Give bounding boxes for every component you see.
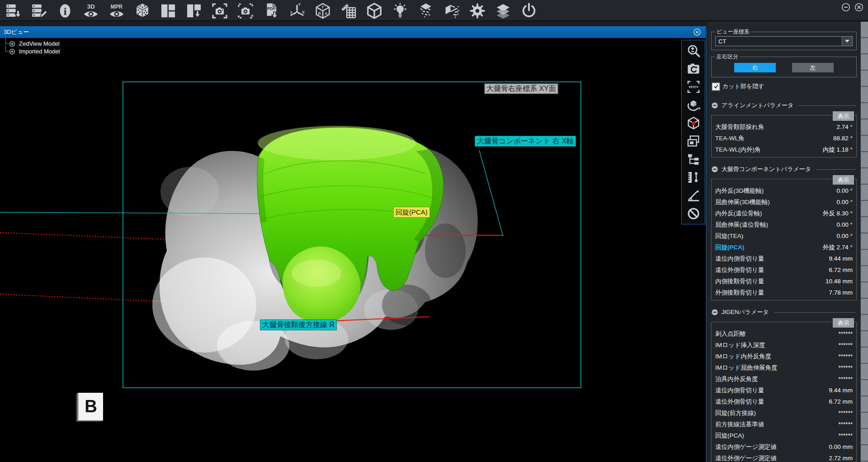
param-row[interactable]: 遠位内側骨切り量9.44 mm	[713, 385, 854, 396]
minimize-button[interactable]	[841, 2, 851, 12]
show-button[interactable]: 表示	[833, 175, 854, 185]
svg-text:A: A	[325, 11, 328, 15]
plane-label[interactable]: 大腿骨右座標系 XY面	[484, 83, 558, 94]
param-row[interactable]: TEA-WL角88.82 °	[713, 133, 854, 144]
layout-panes-button[interactable]	[158, 1, 178, 20]
posterior-tangent-label[interactable]: 大腿骨後顆後方接線 R	[260, 319, 337, 330]
capture-view-button[interactable]	[210, 1, 230, 20]
orientation-cube[interactable]: B	[77, 393, 103, 421]
param-row[interactable]: TEA-WL(内外)角内旋 1.18 °	[713, 144, 854, 155]
side-right-button[interactable]: 右	[734, 63, 776, 72]
svg-text:R: R	[318, 11, 321, 15]
3d-view-titlebar[interactable]: 3Dビュー	[0, 26, 706, 38]
tree-view-button[interactable]	[682, 150, 705, 168]
side-left-button[interactable]: 左	[792, 63, 834, 72]
disable-tool-button[interactable]	[682, 205, 705, 223]
param-row[interactable]: IMロッド挿入深度******	[713, 339, 854, 351]
param-row[interactable]: 治具内外反角度******	[713, 373, 854, 385]
tree-expand-icon[interactable]	[9, 48, 15, 55]
3d-scene[interactable]: ZedView ModelImported Model 大腿骨右座標系 XY面 …	[0, 38, 706, 462]
param-row[interactable]: IMロッド内外反角度******	[713, 351, 854, 362]
section-header[interactable]: JIGENパラメータ	[711, 307, 857, 318]
component-x-axis-line	[0, 212, 343, 214]
param-row[interactable]: 内側後顆骨切り量10.48 mm	[713, 276, 854, 287]
export-study-button[interactable]	[4, 1, 24, 20]
param-row[interactable]: 刺入点距離******	[713, 328, 854, 339]
param-label: 屈曲伸展(3D機能軸)	[715, 198, 770, 206]
param-row[interactable]: 屈曲伸展(遠位骨軸)0.00 °	[713, 219, 854, 230]
param-row[interactable]: 外側後顆骨切り量7.78 mm	[713, 287, 854, 298]
collapse-icon[interactable]	[711, 309, 718, 316]
param-row[interactable]: 遠位外側骨切り量6.72 mm	[713, 396, 854, 407]
param-row[interactable]: 屈曲伸展(3D機能軸)0.00 °	[713, 196, 854, 208]
light-setting-button[interactable]	[390, 1, 410, 20]
center-point-button[interactable]	[682, 114, 705, 132]
dissolve-layers-button[interactable]	[416, 1, 436, 20]
capture-multi-icon	[237, 2, 254, 19]
rotate-cube-button[interactable]	[682, 96, 705, 114]
zoom-button[interactable]	[682, 42, 705, 60]
tree-item-zedview-model[interactable]: ZedView Model	[5, 40, 61, 48]
view-coord-select[interactable]: CT	[715, 36, 853, 46]
capture-all-views-button[interactable]	[236, 1, 255, 20]
param-row[interactable]: 回旋(TEA)0.00 °	[713, 230, 854, 242]
minimize-icon	[841, 2, 851, 12]
pca-rotation-label[interactable]: 回旋(PCA)	[393, 207, 430, 218]
collapse-icon[interactable]	[711, 102, 718, 109]
orientation-cube-button[interactable]: TRA	[313, 1, 333, 20]
close-button[interactable]	[854, 2, 864, 12]
explode-view-button[interactable]	[442, 1, 462, 20]
power-exit-button[interactable]	[519, 1, 539, 20]
section-header[interactable]: 大腿骨コンポーネントパラメータ	[711, 164, 857, 175]
tool-fit-icon: FIT	[686, 80, 701, 94]
collapse-icon[interactable]	[711, 166, 718, 173]
param-row[interactable]: 内外反(遠位骨軸)外反 8.30 °	[713, 208, 854, 219]
study-info-button[interactable]: i	[55, 1, 75, 20]
right-scrollbar[interactable]	[860, 22, 868, 462]
orientation-dice-button[interactable]	[132, 1, 152, 20]
edit-study-button[interactable]	[29, 1, 49, 20]
section-divider	[774, 312, 856, 313]
slide-copies-button[interactable]	[682, 132, 705, 150]
param-row[interactable]: 遠位外側骨切り量6.72 mm	[713, 264, 854, 276]
view-mpr-button[interactable]: MPR	[107, 1, 127, 20]
panel-close-button[interactable]	[693, 28, 701, 36]
param-row[interactable]: 大腿骨顆部捩れ角2.74 °	[713, 121, 854, 133]
show-button[interactable]: 表示	[833, 318, 854, 328]
param-row[interactable]: 回旋(PCA)******	[713, 430, 854, 441]
param-row[interactable]: 遠位内側骨切り量9.44 mm	[713, 253, 854, 264]
grid-measure-button[interactable]	[339, 1, 359, 20]
param-label: IMロッド内外反角度	[715, 352, 771, 361]
param-row[interactable]: 遠位外側ゲージ測定値2.72 mm	[713, 452, 854, 462]
fit-view-button[interactable]: FIT	[682, 78, 705, 96]
layer-stack-button[interactable]	[493, 1, 513, 20]
settings-button[interactable]	[467, 1, 487, 20]
param-row[interactable]: 回旋(PCA)外旋 2.74 °	[713, 242, 854, 253]
reset-camera-button[interactable]	[682, 60, 705, 78]
param-row[interactable]: 前方接線法基準値******	[713, 419, 854, 430]
layout-export-button[interactable]	[184, 1, 204, 20]
section-header[interactable]: アラインメントパラメータ	[711, 100, 857, 111]
param-row[interactable]: 遠位内側ゲージ測定値0.00 mm	[713, 441, 854, 452]
view-3d-button[interactable]: 3D	[81, 1, 101, 20]
tree-item-imported-model[interactable]: Imported Model	[5, 48, 61, 55]
x-axis-label[interactable]: 大腿骨コンポーネント 右 X軸	[475, 136, 576, 147]
param-row[interactable]: 回旋(前方接線)******	[713, 407, 854, 419]
param-value: ******	[838, 410, 853, 416]
param-row[interactable]: IMロッド屈曲伸展角度******	[713, 362, 854, 373]
dissolve-icon	[417, 2, 434, 19]
application-window: i3DMPRPDFYXzTRA 3Dビュー	[0, 0, 868, 462]
bounding-cube-button[interactable]	[364, 1, 384, 20]
side-select-group: 左右区分 右 左	[711, 53, 857, 77]
param-value: 0.00 °	[837, 199, 853, 205]
view-coord-dropdown-button[interactable]	[842, 37, 852, 46]
axes-display-button[interactable]: YXz	[287, 1, 307, 20]
tree-expand-icon[interactable]	[9, 41, 15, 47]
param-row[interactable]: 内外反(3D機能軸)0.00 °	[713, 185, 854, 196]
eye-mpr-icon: MPR	[108, 2, 125, 19]
measure-distance-button[interactable]	[682, 168, 705, 186]
hide-cut-checkbox[interactable]	[712, 83, 720, 90]
measure-angle-button[interactable]	[682, 186, 705, 205]
pdf-export-button[interactable]: PDF	[261, 1, 281, 20]
show-button[interactable]: 表示	[833, 111, 854, 121]
